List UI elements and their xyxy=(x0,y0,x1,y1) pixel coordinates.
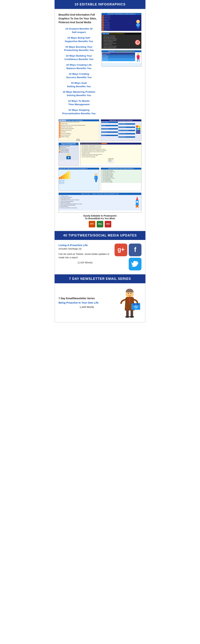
svg-rect-27 xyxy=(68,158,69,158)
svg-text:Task 3: Task 3 xyxy=(110,161,112,162)
svg-text:TO DO LIST: TO DO LIST xyxy=(108,158,113,160)
svg-rect-4 xyxy=(137,27,138,28)
social-icons: g+ f xyxy=(115,244,141,270)
svg-point-53 xyxy=(128,293,129,294)
twitter-icon xyxy=(129,258,141,270)
svg-rect-57 xyxy=(131,310,133,316)
svg-rect-20 xyxy=(136,128,138,130)
svg-rect-43 xyxy=(96,179,97,182)
list-item: 10 Ways Creating LifeBalance Benefits Yo… xyxy=(59,63,99,70)
newsletter-topic: Being Proactive In Your Own Life xyxy=(59,301,115,304)
svg-point-58 xyxy=(125,316,130,318)
infographic-time-mgmt: EXCEL IN LIFE 10 Ways To Master Time Man… xyxy=(59,119,99,141)
infographic-productivity: EXCEL IN LIFE 10 Ways Boosting Your Prod… xyxy=(59,168,99,191)
list-item: 10 Ways To MasterTime Management xyxy=(59,100,99,106)
newsletter-title: 7 Day Email/Newsletter Series xyxy=(59,297,115,300)
svg-rect-24 xyxy=(136,133,140,134)
svg-rect-2 xyxy=(136,24,137,26)
svg-rect-21 xyxy=(138,128,140,130)
png-icon: PNG xyxy=(97,221,103,228)
list-item: 10 Ways CreatingSuccess Benefits You xyxy=(59,72,99,79)
svg-rect-19 xyxy=(138,126,140,128)
newsletter-word-count: 1,449 Words xyxy=(59,306,115,308)
svg-point-13 xyxy=(137,53,139,55)
infographic-problem-solving: EXCEL IN LIFE 10 WAYS MASTERING PROBLEM … xyxy=(59,142,78,166)
svg-text:f: f xyxy=(134,246,136,253)
infographic-card-3: EXCEL IN LIFE 10 Ways Being Self-Support… xyxy=(102,50,141,66)
infographics-fifth-row: EXCEL IN LIFE 10 WAYS CREATING SUCCESS B… xyxy=(59,192,141,212)
list-item: 10 Ways Being Self-Supportive Benefits Y… xyxy=(59,36,99,43)
facebook-icon: f xyxy=(129,244,141,256)
infographics-section: Beautiful And Information Full Graphics … xyxy=(55,9,145,231)
list-item: 10 Greatest Benefits OfSelf-respect xyxy=(59,27,99,34)
svg-rect-42 xyxy=(95,179,96,182)
svg-rect-3 xyxy=(139,24,140,26)
list-item: 10 Ways Mastering ProblemSolving Benefit… xyxy=(59,90,99,97)
svg-marker-48 xyxy=(139,204,139,206)
infographics-preview-column: EXCEL IN LIFE 10 Ways Building Your Conf… xyxy=(102,13,141,66)
svg-rect-41 xyxy=(95,176,97,179)
ppt-icon: PPT xyxy=(89,221,95,228)
svg-marker-49 xyxy=(136,206,139,208)
tips-word-count: (1,424 Words) xyxy=(59,261,112,264)
svg-marker-47 xyxy=(135,204,136,206)
list-item: 10 Ways Boosting YourProductivity Benefi… xyxy=(59,45,99,52)
svg-point-40 xyxy=(95,174,97,176)
file-icons-row: PPT PNG PDF xyxy=(59,221,141,228)
newsletter-header: 7 DAY NEWSLETTER EMAIL SERIES xyxy=(55,274,145,283)
svg-point-65 xyxy=(135,306,136,307)
infographic-life-balance: EXCEL IN LIFE 10 Ways Creating Life Bala… xyxy=(101,168,141,191)
svg-rect-18 xyxy=(136,126,138,128)
infographic-card-1: EXCEL IN LIFE 10 Ways Building Your Conf… xyxy=(102,13,141,31)
list-item: 10 Ways Building YourConfidence Benefits… xyxy=(59,54,99,61)
svg-rect-23 xyxy=(136,132,140,132)
list-item: 10 Ways StoppingProcrastination Benefits… xyxy=(59,108,99,115)
svg-point-0 xyxy=(136,20,140,24)
list-item: 10 Ways GoalSetting Benefits You xyxy=(59,82,99,88)
svg-text:g+: g+ xyxy=(118,246,125,253)
svg-rect-34 xyxy=(109,160,110,160)
infographics-list: 10 Greatest Benefits OfSelf-respect 10 W… xyxy=(59,27,99,115)
svg-point-46 xyxy=(136,201,138,203)
svg-rect-35 xyxy=(109,160,110,161)
infographics-second-row: EXCEL IN LIFE 10 Ways To Master Time Man… xyxy=(59,119,141,141)
tips-topic: Living A Proactive Life xyxy=(59,244,112,247)
newsletter-section: 7 Day Email/Newsletter Series Being Proa… xyxy=(55,283,145,322)
infographics-header: 10 EDITABLE INFOGRAPHICS xyxy=(55,0,145,9)
tips-description: Can be used as Tweets, social media upda… xyxy=(59,252,112,259)
svg-rect-22 xyxy=(136,130,140,131)
pdf-icon: PDF xyxy=(105,221,111,228)
svg-rect-5 xyxy=(138,27,139,28)
intro-text: Beautiful And Information Full Graphics … xyxy=(59,13,99,24)
infographic-procrastination: 10 Ways Stopping Procrastination Benefit… xyxy=(80,142,141,166)
infographics-fourth-row: EXCEL IN LIFE 10 Ways Boosting Your Prod… xyxy=(59,168,141,191)
svg-rect-56 xyxy=(126,310,129,316)
tips-hashtag: Includes Hashtags (#) xyxy=(59,247,112,250)
svg-point-59 xyxy=(130,316,134,318)
svg-point-17 xyxy=(78,140,78,141)
svg-point-54 xyxy=(131,293,132,294)
infographic-card-2: EXCEL IN LIFE 10 Ways Goal Setting Benef… xyxy=(102,32,141,49)
newsletter-illustration xyxy=(118,287,141,318)
tips-header: 40 TIPS/TWEETS/SOCIAL MEDIA UPDATES xyxy=(55,231,145,240)
tips-section: Living A Proactive Life Includes Hashtag… xyxy=(55,240,145,274)
infographic-self-respect: EXCEL IN LIFE 10 Greatest Benefits Of Se… xyxy=(101,119,141,141)
editable-text: Easily Editable In PowerpointTo Brand/Ed… xyxy=(59,214,141,220)
google-plus-icon: g+ xyxy=(115,244,127,256)
infographics-third-row: EXCEL IN LIFE 10 WAYS MASTERING PROBLEM … xyxy=(59,142,141,166)
svg-rect-36 xyxy=(109,161,110,162)
